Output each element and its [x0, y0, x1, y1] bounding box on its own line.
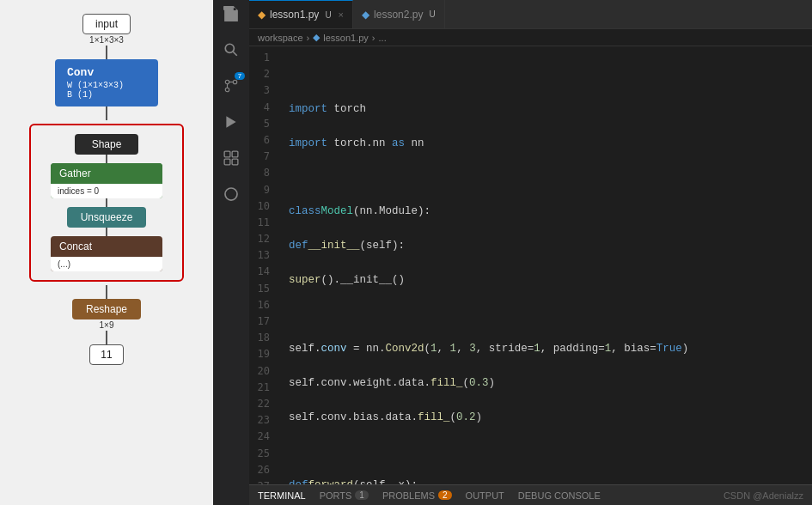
terminal-bar: TERMINAL PORTS 1 PROBLEMS 2 OUTPUT DEBUG…	[249, 484, 812, 505]
tab-label-lesson2: lesson2.py	[374, 9, 423, 21]
flow-container: input 1×1×3×3 Conv W (1×1×3×3) B (1) Sha…	[0, 14, 213, 365]
sidebar-icon-run[interactable]	[221, 112, 241, 132]
code-line-9: self.conv = nn.Conv2d(1, 1, 3, stride=1,…	[282, 340, 812, 357]
ports-label: PORTS	[320, 490, 352, 501]
code-line-5: class Model(nn.Module):	[282, 203, 812, 220]
node-unsqueeze: Unsqueeze	[67, 207, 147, 228]
editor-area: ◆ lesson1.py U × ◆ lesson2.py U workspac…	[249, 0, 812, 505]
sidebar-icon-files[interactable]	[221, 3, 241, 24]
breadcrumb-workspace: workspace	[258, 33, 303, 43]
breadcrumb: workspace › ◆ lesson1.py › ...	[249, 29, 812, 46]
connector-2	[106, 106, 107, 120]
breadcrumb-file: lesson1.py	[323, 33, 369, 43]
code-line-8	[282, 306, 812, 322]
line-numbers: 12345 678910 1112131415 1617181920 21222…	[249, 46, 282, 484]
breadcrumb-icon-file: ◆	[313, 32, 320, 43]
connector-1	[106, 46, 107, 59]
svg-line-1	[233, 52, 237, 56]
code-line-7: super().__init__()	[282, 271, 812, 289]
attribution: CSDN @Adenialzz	[723, 490, 803, 501]
red-box-group: Shape Gather indices = 0 Unsqueeze Conca…	[29, 124, 184, 282]
conn-gather-unsqueeze	[106, 198, 107, 207]
node-conv: Conv W (1×1×3×3) B (1)	[55, 59, 158, 106]
ports-badge: 1	[355, 490, 369, 500]
breadcrumb-arrow1: ›	[307, 33, 310, 43]
sidebar-icon-source-control[interactable]: 7	[221, 76, 241, 96]
code-line-3: import torch.nn as nn	[282, 135, 812, 152]
svg-point-0	[225, 44, 234, 52]
node-reshape: Reshape	[72, 299, 141, 319]
connector-4	[106, 331, 107, 344]
terminal-tab-ports[interactable]: PORTS 1	[320, 490, 369, 501]
breadcrumb-rest: ...	[379, 33, 387, 43]
code-line-10: self.conv.weight.data.fill_(0.3)	[282, 374, 812, 392]
sidebar-icon-extensions[interactable]	[221, 148, 241, 168]
code-area[interactable]: 12345 678910 1112131415 1617181920 21222…	[249, 46, 812, 484]
node-output: 11	[89, 344, 123, 365]
svg-marker-6	[226, 116, 235, 128]
code-line-4	[282, 169, 812, 186]
flow-diagram-panel: input 1×1×3×3 Conv W (1×1×3×3) B (1) Sha…	[0, 0, 213, 505]
terminal-tab-output[interactable]: OUTPUT	[466, 490, 504, 501]
editor-section: 7 ◆ lesson1.py U × ◆ lesson2.py U	[213, 0, 812, 505]
terminal-label: TERMINAL	[258, 490, 306, 501]
svg-point-4	[225, 88, 229, 92]
node-input: input	[82, 14, 131, 34]
code-content: import torch import torch.nn as nn class…	[282, 46, 812, 484]
tab-lesson2[interactable]: ◆ lesson2.py U	[353, 0, 445, 28]
activity-bar: 7	[213, 0, 249, 505]
svg-rect-7	[224, 151, 230, 157]
reshape-label: 1×9	[100, 320, 114, 330]
output-label: OUTPUT	[466, 490, 504, 501]
terminal-tab-terminal[interactable]: TERMINAL	[258, 490, 306, 501]
sidebar-icon-remote[interactable]	[221, 184, 241, 204]
code-line-12	[282, 443, 812, 459]
svg-point-3	[233, 80, 237, 84]
conn-shape-gather	[106, 155, 107, 163]
terminal-tab-problems[interactable]: PROBLEMS 2	[382, 490, 452, 501]
tab-label-lesson1: lesson1.py	[270, 9, 319, 21]
svg-rect-9	[224, 159, 230, 165]
breadcrumb-arrow2: ›	[372, 33, 375, 43]
connector-3	[106, 285, 107, 299]
sidebar-icon-search[interactable]	[221, 40, 241, 60]
tab-lesson1[interactable]: ◆ lesson1.py U ×	[249, 0, 353, 28]
tabs-bar: ◆ lesson1.py U × ◆ lesson2.py U	[249, 0, 812, 29]
debug-label: DEBUG CONSOLE	[518, 490, 601, 501]
conn-unsqueeze-concat	[106, 228, 107, 236]
input-label: 1×1×3×3	[89, 35, 124, 45]
terminal-tab-debug[interactable]: DEBUG CONSOLE	[518, 490, 601, 501]
node-gather: Gather indices = 0	[51, 163, 162, 198]
code-line-2: import torch	[282, 100, 812, 118]
code-line-1	[282, 67, 812, 83]
tab-modified-lesson2: U	[429, 9, 435, 19]
svg-rect-10	[232, 159, 238, 165]
svg-point-2	[225, 80, 229, 84]
problems-badge: 2	[438, 490, 452, 500]
tab-close-lesson1[interactable]: ×	[339, 9, 344, 20]
source-control-badge: 7	[235, 72, 245, 80]
code-line-6: def __init__(self):	[282, 237, 812, 254]
tab-icon-lesson1: ◆	[258, 9, 266, 21]
svg-rect-8	[232, 151, 238, 157]
node-shape: Shape	[75, 134, 139, 155]
problems-label: PROBLEMS	[382, 490, 435, 501]
tab-icon-lesson2: ◆	[362, 9, 369, 21]
tab-modified-lesson1: U	[325, 10, 331, 20]
node-concat: Concat (...)	[51, 236, 162, 271]
code-line-13: def forward(self, x):	[282, 477, 812, 484]
code-line-11: self.conv.bias.data.fill_(0.2)	[282, 409, 812, 426]
